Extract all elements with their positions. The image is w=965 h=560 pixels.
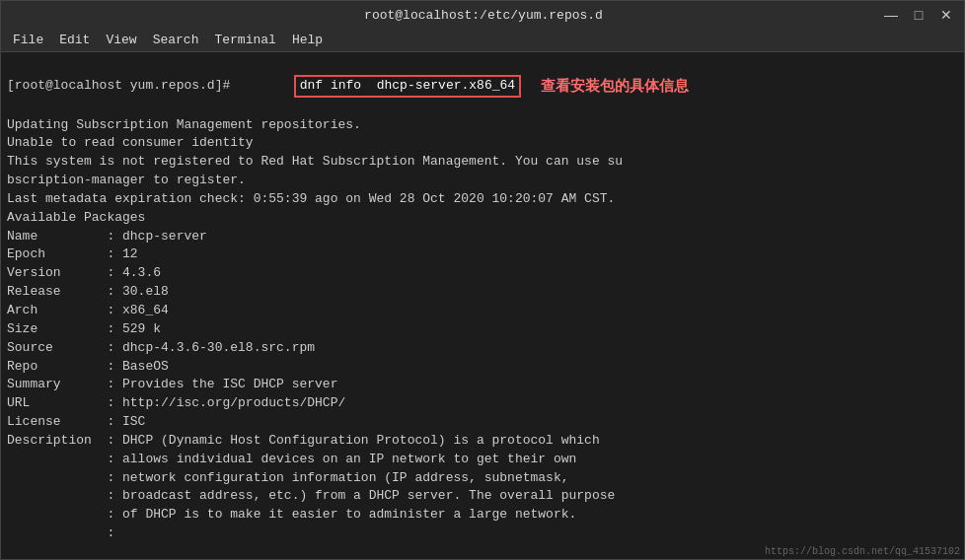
menu-item-terminal[interactable]: Terminal [206,31,283,49]
output-lines: Updating Subscription Management reposit… [7,116,958,543]
output-line: Available Packages [7,209,958,228]
close-button[interactable]: ✕ [932,4,960,26]
command-box-wrapper: dnf info dhcp-server.x86_64 [232,56,521,116]
output-line: bscription-manager to register. [7,172,958,190]
output-line: Size : 529 k [7,320,958,339]
output-line: Arch : x86_64 [7,302,958,320]
output-line: Name : dhcp-server [7,228,958,246]
command-text: dnf info dhcp-server.x86_64 [294,75,521,98]
annotation-text: 查看安装包的具体信息 [541,75,689,97]
output-line: Source : dhcp-4.3.6-30.el8.src.rpm [7,339,958,358]
title-bar: root@localhost:/etc/yum.repos.d — □ ✕ [1,1,964,29]
menu-bar: FileEditViewSearchTerminalHelp [1,29,964,52]
terminal-body[interactable]: [root@localhost yum.repos.d]# dnf info d… [1,52,964,559]
prompt-text: [root@localhost yum.repos.d]# [7,77,230,96]
output-line: This system is not registered to Red Hat… [7,153,958,172]
window-controls: — □ ✕ [877,4,964,26]
command-line: [root@localhost yum.repos.d]# dnf info d… [7,56,958,116]
output-line: Last metadata expiration check: 0:55:39 … [7,190,958,209]
menu-item-search[interactable]: Search [145,31,207,49]
window-title: root@localhost:/etc/yum.repos.d [90,8,877,23]
output-line: Repo : BaseOS [7,358,958,377]
output-line: : broadcast address, etc.) from a DHCP s… [7,487,958,506]
output-line: : of DHCP is to make it easier to admini… [7,506,958,525]
output-line: Unable to read consumer identity [7,134,958,153]
watermark: https://blog.csdn.net/qq_41537102 [765,546,960,557]
terminal-window: root@localhost:/etc/yum.repos.d — □ ✕ Fi… [0,0,965,560]
output-line: Description : DHCP (Dynamic Host Configu… [7,432,958,451]
menu-item-help[interactable]: Help [284,31,331,49]
menu-item-edit[interactable]: Edit [51,31,98,49]
output-line: Release : 30.el8 [7,283,958,302]
output-line: : network configuration information (IP … [7,469,958,488]
output-line: : allows individual devices on an IP net… [7,451,958,469]
menu-item-file[interactable]: File [5,31,51,49]
minimize-button[interactable]: — [877,4,905,26]
maximize-button[interactable]: □ [905,4,932,26]
output-line: License : ISC [7,413,958,432]
output-line: Summary : Provides the ISC DHCP server [7,376,958,394]
output-line: Updating Subscription Management reposit… [7,116,958,135]
output-line: Version : 4.3.6 [7,264,958,283]
output-line: URL : http://isc.org/products/DHCP/ [7,394,958,413]
output-line: : [7,525,958,543]
menu-item-view[interactable]: View [98,31,144,49]
output-line: Epoch : 12 [7,245,958,264]
